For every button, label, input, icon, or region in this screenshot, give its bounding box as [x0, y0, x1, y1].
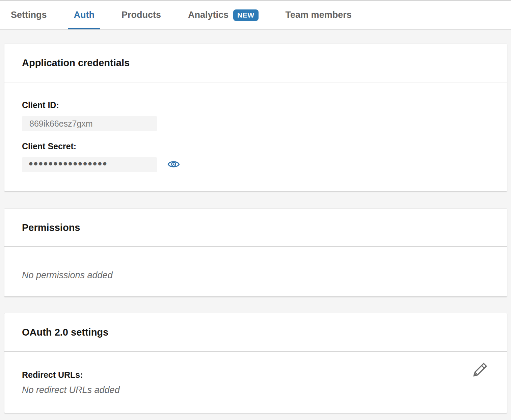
tab-settings-label: Settings: [11, 10, 47, 20]
oauth-settings-title: OAuth 2.0 settings: [22, 327, 108, 338]
tab-analytics-label: Analytics: [188, 10, 228, 20]
tab-auth[interactable]: Auth: [68, 1, 100, 29]
tab-team-members[interactable]: Team members: [280, 1, 357, 29]
edit-redirect-urls-button[interactable]: [471, 363, 487, 379]
application-credentials-card: Application credentials Client ID: 869ik…: [4, 44, 507, 191]
oauth-settings-header: OAuth 2.0 settings: [4, 313, 507, 352]
tab-bar: Settings Auth Products Analytics NEW Tea…: [0, 0, 511, 30]
tab-analytics[interactable]: Analytics NEW: [182, 1, 264, 29]
eye-icon: [167, 159, 180, 170]
application-credentials-body: Client ID: 869ik66esz7gxm Client Secret:…: [4, 82, 507, 191]
tab-products-label: Products: [122, 10, 161, 20]
client-secret-row: ••••••••••••••••: [22, 151, 507, 172]
tab-team-members-label: Team members: [286, 10, 352, 20]
permissions-header: Permissions: [4, 209, 507, 247]
tab-settings[interactable]: Settings: [5, 1, 53, 29]
spacer: [0, 413, 511, 417]
tab-auth-label: Auth: [74, 10, 95, 20]
oauth-settings-body: Redirect URLs: No redirect URLs added: [4, 352, 507, 413]
spacer: [0, 191, 511, 209]
permissions-body: No permissions added: [4, 247, 507, 296]
tab-products[interactable]: Products: [116, 1, 167, 29]
new-badge: NEW: [233, 9, 259, 21]
show-client-secret-button[interactable]: [167, 158, 180, 171]
client-secret-label: Client Secret:: [22, 141, 507, 151]
application-credentials-title: Application credentials: [22, 57, 130, 69]
application-credentials-header: Application credentials: [4, 44, 507, 82]
permissions-card: Permissions No permissions added: [4, 209, 507, 296]
redirect-urls-label: Redirect URLs:: [22, 370, 507, 380]
no-permissions-text: No permissions added: [22, 270, 507, 281]
spacer: [0, 296, 511, 313]
no-redirect-urls-text: No redirect URLs added: [22, 385, 507, 395]
oauth-settings-card: OAuth 2.0 settings Redirect URLs: No red…: [4, 313, 507, 413]
client-id-label: Client ID:: [22, 100, 507, 110]
pencil-icon: [472, 363, 487, 379]
client-secret-value[interactable]: ••••••••••••••••: [22, 157, 157, 172]
permissions-title: Permissions: [22, 222, 80, 233]
client-secret-masked-text: ••••••••••••••••: [29, 158, 108, 170]
client-id-text: 869ik66esz7gxm: [29, 119, 93, 129]
auth-page: Application credentials Client ID: 869ik…: [0, 30, 511, 417]
client-id-value[interactable]: 869ik66esz7gxm: [22, 116, 157, 131]
